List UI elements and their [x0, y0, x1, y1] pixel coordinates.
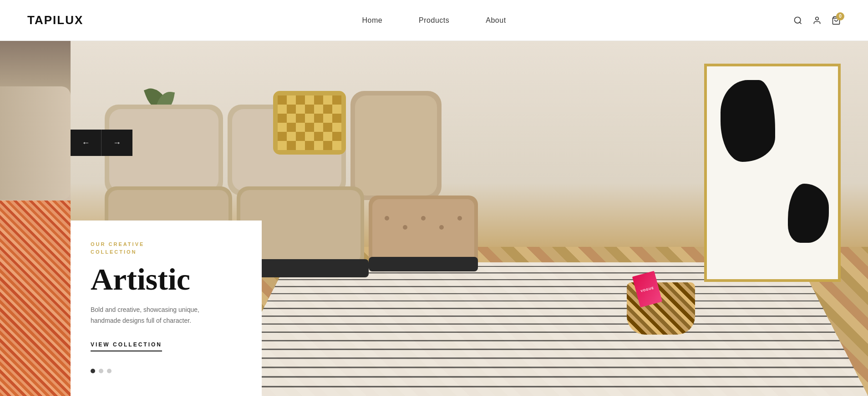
svg-rect-47: [332, 123, 341, 132]
svg-rect-32: [323, 105, 332, 114]
svg-rect-55: [278, 141, 287, 150]
svg-point-0: [795, 17, 801, 23]
left-sofa-visible: [0, 86, 71, 200]
hero-description: Bold and creative, showcasing unique, ha…: [91, 305, 218, 326]
svg-rect-22: [296, 95, 305, 105]
svg-rect-42: [287, 123, 296, 132]
svg-point-66: [457, 216, 462, 221]
svg-rect-43: [296, 123, 305, 132]
left-panel-rug: [0, 201, 71, 396]
dot-2[interactable]: [99, 369, 103, 373]
svg-rect-26: [332, 95, 341, 105]
wall-art-frame: [704, 64, 841, 282]
cart-badge: 0: [836, 12, 844, 20]
hero-content-box: OUR CREATIVE COLLECTION Artistic Bold an…: [71, 221, 262, 396]
nav-home[interactable]: Home: [362, 16, 382, 24]
svg-point-62: [385, 216, 389, 221]
svg-rect-53: [323, 132, 332, 141]
view-collection-button[interactable]: VIEW COLLECTION: [91, 341, 162, 351]
svg-point-65: [439, 225, 444, 230]
svg-rect-61: [332, 141, 341, 150]
cart-button[interactable]: 0: [832, 16, 841, 25]
svg-rect-49: [287, 132, 296, 141]
brand-logo[interactable]: TAPILUX: [27, 13, 83, 27]
dot-3[interactable]: [107, 369, 112, 373]
svg-rect-58: [305, 141, 314, 150]
art-blob-1: [721, 80, 775, 162]
svg-rect-29: [296, 105, 305, 114]
svg-rect-54: [332, 132, 341, 141]
svg-rect-36: [296, 114, 305, 123]
hero-section: VOGUE: [0, 41, 868, 396]
svg-rect-51: [305, 132, 314, 141]
navigation: TAPILUX Home Products About 0: [0, 0, 868, 41]
svg-point-63: [403, 225, 407, 230]
svg-rect-20: [278, 95, 287, 105]
svg-rect-15: [372, 199, 474, 264]
svg-rect-59: [314, 141, 323, 150]
search-button[interactable]: [793, 16, 802, 25]
prev-slide-button[interactable]: ←: [71, 130, 102, 156]
svg-rect-39: [323, 114, 332, 123]
art-blob-2: [788, 184, 829, 243]
svg-rect-17: [369, 257, 478, 271]
svg-rect-30: [305, 105, 314, 114]
svg-rect-34: [278, 114, 287, 123]
svg-rect-45: [314, 123, 323, 132]
svg-rect-21: [287, 95, 296, 105]
nav-icons: 0: [793, 16, 841, 25]
svg-rect-46: [323, 123, 332, 132]
collection-label: OUR CREATIVE COLLECTION: [91, 241, 242, 256]
basket-decoration: VOGUE: [627, 282, 695, 341]
svg-rect-44: [305, 123, 314, 132]
svg-rect-9: [355, 95, 437, 195]
left-panel-background: [0, 41, 71, 396]
hero-left-panel: [0, 41, 71, 396]
svg-rect-50: [296, 132, 305, 141]
svg-rect-27: [278, 105, 287, 114]
svg-point-64: [421, 216, 426, 221]
svg-rect-23: [305, 95, 314, 105]
svg-rect-28: [287, 105, 296, 114]
hero-title: Artistic: [91, 264, 242, 295]
svg-rect-56: [287, 141, 296, 150]
dot-1[interactable]: [91, 369, 95, 373]
svg-rect-33: [332, 105, 341, 114]
svg-rect-35: [287, 114, 296, 123]
nav-products[interactable]: Products: [419, 16, 449, 24]
next-slide-button[interactable]: →: [102, 130, 132, 156]
hero-dots: [91, 369, 242, 373]
svg-rect-31: [314, 105, 323, 114]
hero-nav-arrows: ← →: [71, 130, 132, 156]
next-arrow-icon: →: [113, 138, 121, 148]
svg-rect-48: [278, 132, 287, 141]
svg-point-2: [816, 17, 819, 20]
svg-rect-57: [296, 141, 305, 150]
search-icon: [793, 16, 802, 25]
svg-rect-40: [332, 114, 341, 123]
svg-rect-52: [314, 132, 323, 141]
account-button[interactable]: [812, 16, 822, 25]
svg-rect-60: [323, 141, 332, 150]
prev-arrow-icon: ←: [82, 138, 90, 148]
svg-rect-41: [278, 123, 287, 132]
svg-rect-24: [314, 95, 323, 105]
svg-rect-25: [323, 95, 332, 105]
nav-about[interactable]: About: [486, 16, 506, 24]
svg-rect-37: [305, 114, 314, 123]
user-icon: [812, 16, 822, 25]
nav-links: Home Products About: [362, 16, 506, 25]
svg-line-1: [800, 22, 802, 24]
svg-rect-38: [314, 114, 323, 123]
